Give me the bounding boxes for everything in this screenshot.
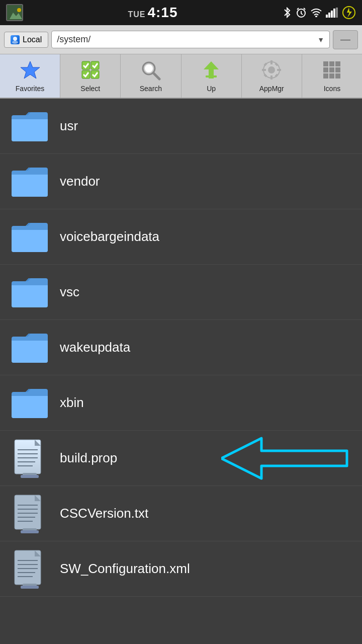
file-name: voicebargeindata — [60, 229, 159, 245]
svg-point-23 — [145, 64, 153, 72]
favorites-icon — [20, 59, 41, 83]
svg-rect-66 — [21, 530, 39, 533]
battery-icon — [342, 6, 356, 20]
svg-rect-42 — [329, 67, 334, 72]
appmgr-label: AppMgr — [259, 85, 284, 93]
svg-rect-30 — [270, 60, 273, 64]
search-icon — [140, 59, 161, 83]
folder-icon — [8, 381, 51, 424]
address-bar: Local /system/ ▼ — — [0, 25, 362, 54]
icons-label: Icons — [324, 85, 340, 93]
local-label: Local — [23, 35, 42, 44]
status-icons — [283, 6, 356, 20]
minimize-button[interactable]: — — [333, 30, 358, 49]
search-label: Search — [140, 85, 162, 93]
svg-rect-45 — [329, 73, 334, 78]
file-name: CSCVersion.txt — [60, 506, 148, 521]
path-dropdown-arrow[interactable]: ▼ — [317, 36, 324, 44]
svg-rect-40 — [335, 61, 340, 66]
folder-icon — [8, 271, 51, 313]
list-item[interactable]: vendor — [0, 154, 362, 209]
toolbar: Favorites Select Search — [0, 54, 362, 99]
svg-rect-39 — [329, 61, 334, 66]
toolbar-icons[interactable]: Icons — [302, 54, 362, 98]
list-item[interactable]: xbin — [0, 375, 362, 431]
path-text: /system/ — [57, 34, 90, 45]
svg-rect-33 — [277, 69, 281, 71]
list-item[interactable]: vsc — [0, 265, 362, 320]
svg-rect-9 — [326, 15, 328, 18]
folder-icon — [8, 160, 51, 203]
svg-rect-11 — [331, 11, 333, 18]
local-icon — [11, 35, 20, 44]
svg-line-6 — [297, 8, 299, 10]
svg-rect-20 — [82, 70, 90, 78]
svg-rect-32 — [262, 69, 266, 71]
appmgr-icon — [261, 59, 282, 83]
select-label: Select — [80, 85, 100, 93]
svg-rect-10 — [328, 13, 330, 18]
path-field[interactable]: /system/ ▼ — [51, 31, 330, 48]
file-name: xbin — [60, 395, 84, 411]
svg-rect-56 — [21, 475, 39, 478]
file-name: build.prop — [60, 450, 117, 466]
svg-rect-12 — [333, 9, 335, 18]
file-name: wakeupdata — [60, 340, 130, 355]
list-item[interactable]: build.prop — [0, 431, 362, 486]
list-item[interactable]: voicebargeindata — [0, 209, 362, 265]
file-doc-icon — [8, 437, 51, 479]
file-list: usr vendor voicebargeindata — [0, 99, 362, 644]
svg-point-8 — [315, 16, 317, 17]
svg-point-15 — [13, 37, 17, 41]
alarm-icon — [296, 7, 307, 18]
arrow-annotation — [221, 433, 352, 484]
gallery-icon — [6, 4, 23, 21]
status-day: TUE — [128, 10, 145, 19]
file-name: usr — [60, 118, 78, 134]
svg-rect-46 — [335, 73, 340, 78]
svg-rect-75 — [21, 586, 39, 589]
list-item[interactable]: SW_Configuration.xml — [0, 541, 362, 597]
svg-marker-57 — [221, 438, 347, 478]
status-time: TUE4:15 — [128, 5, 177, 21]
svg-rect-21 — [91, 70, 99, 78]
toolbar-favorites[interactable]: Favorites — [0, 54, 60, 98]
status-bar-left — [6, 4, 23, 21]
folder-icon — [8, 215, 51, 258]
svg-marker-17 — [21, 61, 40, 78]
local-button[interactable]: Local — [4, 32, 48, 48]
toolbar-up[interactable]: Up — [182, 54, 242, 98]
svg-point-2 — [17, 8, 21, 12]
svg-rect-13 — [336, 8, 338, 18]
svg-line-24 — [153, 73, 159, 79]
file-name: vsc — [60, 284, 79, 300]
list-item[interactable]: CSCVersion.txt — [0, 486, 362, 541]
svg-rect-27 — [206, 75, 217, 77]
svg-line-5 — [301, 14, 303, 15]
file-name: vendor — [60, 174, 100, 189]
svg-line-7 — [304, 8, 305, 10]
svg-point-16 — [12, 41, 18, 44]
svg-point-29 — [268, 66, 275, 73]
svg-marker-26 — [204, 61, 219, 69]
list-item[interactable]: usr — [0, 99, 362, 154]
signal-icon — [326, 8, 338, 18]
bluetooth-icon — [283, 7, 292, 18]
svg-rect-44 — [323, 73, 328, 78]
icons-icon — [321, 59, 342, 83]
favorites-label: Favorites — [16, 85, 45, 93]
up-label: Up — [207, 85, 216, 93]
svg-rect-43 — [335, 67, 340, 72]
wifi-icon — [311, 8, 322, 17]
toolbar-select[interactable]: Select — [60, 54, 121, 98]
toolbar-search[interactable]: Search — [121, 54, 181, 98]
file-doc-icon — [8, 492, 51, 535]
file-name: SW_Configuration.xml — [60, 561, 190, 577]
toolbar-appmgr[interactable]: AppMgr — [242, 54, 302, 98]
svg-rect-19 — [91, 61, 99, 69]
svg-rect-18 — [82, 61, 90, 69]
svg-rect-38 — [323, 61, 328, 66]
svg-rect-41 — [323, 67, 328, 72]
list-item[interactable]: wakeupdata — [0, 320, 362, 375]
svg-rect-31 — [270, 75, 273, 79]
